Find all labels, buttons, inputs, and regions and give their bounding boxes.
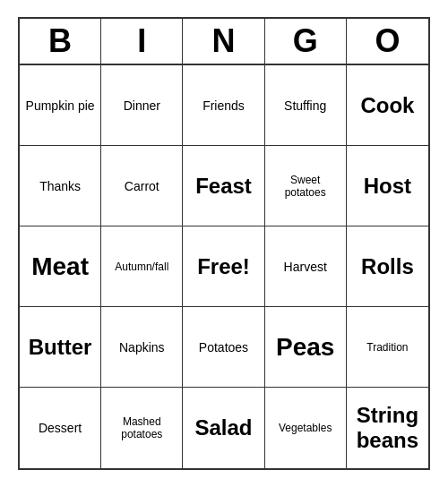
cell-r1-c1: Carrot [101, 146, 183, 226]
cell-r4-c4: String beans [347, 388, 428, 468]
cell-r2-c2: Free! [183, 226, 264, 307]
cell-r4-c2: Salad [183, 388, 264, 468]
bingo-header: BINGO [20, 19, 428, 65]
cell-r3-c0: Butter [20, 307, 101, 388]
cell-r2-c0: Meat [20, 226, 101, 307]
bingo-grid: Pumpkin pieDinnerFriendsStuffingCookThan… [20, 65, 428, 468]
header-letter: O [347, 19, 428, 64]
cell-r2-c4: Rolls [347, 226, 428, 307]
cell-r4-c0: Dessert [20, 388, 101, 468]
cell-r1-c0: Thanks [20, 146, 101, 226]
cell-r3-c2: Potatoes [183, 307, 264, 388]
cell-r3-c4: Tradition [347, 307, 428, 388]
header-letter: N [183, 19, 264, 64]
cell-r2-c1: Autumn/fall [101, 226, 183, 307]
cell-r3-c1: Napkins [101, 307, 183, 388]
cell-r1-c3: Sweet potatoes [265, 146, 347, 226]
cell-r4-c1: Mashed potatoes [101, 388, 183, 468]
cell-r1-c4: Host [347, 146, 428, 226]
cell-r0-c4: Cook [347, 65, 428, 146]
cell-r1-c2: Feast [183, 146, 264, 226]
cell-r3-c3: Peas [265, 307, 347, 388]
header-letter: I [101, 19, 183, 64]
header-letter: G [265, 19, 347, 64]
cell-r0-c1: Dinner [101, 65, 183, 146]
cell-r4-c3: Vegetables [265, 388, 347, 468]
header-letter: B [20, 19, 101, 64]
cell-r0-c3: Stuffing [265, 65, 347, 146]
cell-r0-c0: Pumpkin pie [20, 65, 101, 146]
bingo-card: BINGO Pumpkin pieDinnerFriendsStuffingCo… [18, 17, 430, 470]
cell-r2-c3: Harvest [265, 226, 347, 307]
cell-r0-c2: Friends [183, 65, 264, 146]
